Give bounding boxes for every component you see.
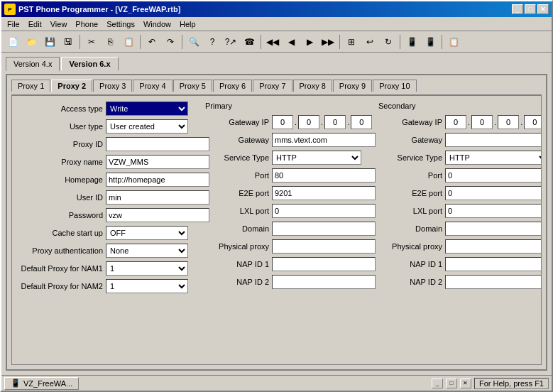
version-6-tab[interactable]: Version 6.x <box>61 57 118 71</box>
btn-1[interactable]: ◀◀ <box>264 33 281 50</box>
proxy-6-tab[interactable]: Proxy 6 <box>213 80 252 92</box>
secondary-lxl-port-input[interactable] <box>445 204 542 218</box>
toolbar-sep-5 <box>339 35 340 49</box>
statusbar-btn-2[interactable]: □ <box>446 379 457 388</box>
primary-ip-4[interactable] <box>351 115 372 129</box>
primary-ip-2[interactable] <box>298 115 319 129</box>
menu-view[interactable]: View <box>46 18 72 30</box>
proxy-9-tab[interactable]: Proxy 9 <box>333 80 372 92</box>
menu-settings[interactable]: Settings <box>102 18 139 30</box>
primary-nap-id1-input[interactable] <box>272 257 376 271</box>
primary-domain-input[interactable] <box>272 222 376 236</box>
proxy-2-tab[interactable]: Proxy 2 <box>51 80 92 92</box>
user-id-input[interactable] <box>106 190 209 205</box>
primary-e2e-port-input[interactable] <box>272 186 376 200</box>
menu-phone[interactable]: Phone <box>71 18 102 30</box>
primary-nap-id2-input[interactable] <box>272 275 376 289</box>
secondary-domain-input[interactable] <box>445 222 542 236</box>
secondary-nap-id2-label: NAP ID 2 <box>378 278 442 286</box>
secondary-ip-3[interactable] <box>498 115 519 129</box>
primary-ip-3[interactable] <box>324 115 346 129</box>
save-all-button[interactable]: 🖫 <box>60 33 77 50</box>
secondary-nap-id1-input[interactable] <box>445 257 542 271</box>
taskbar-item[interactable]: 📱 VZ_FreeWA... <box>4 377 79 390</box>
cut-button[interactable]: ✂ <box>83 33 100 50</box>
secondary-physical-proxy-row: Physical proxy <box>378 239 542 254</box>
secondary-nap-id2-input[interactable] <box>445 275 542 289</box>
default-proxy-nam2-label: Default Proxy for NAM2 <box>18 282 103 290</box>
btn-6[interactable]: ↩ <box>361 33 378 50</box>
primary-physical-proxy-input[interactable] <box>272 239 376 254</box>
user-type-select[interactable]: User created Carrier Other <box>106 119 188 134</box>
primary-service-type-select[interactable]: HTTP HTTPS WAP 1.x <box>272 151 361 165</box>
btn-7[interactable]: ↻ <box>380 33 397 50</box>
btn-2[interactable]: ◀ <box>283 33 300 50</box>
menu-help[interactable]: Help <box>175 18 200 30</box>
cache-startup-select[interactable]: OFF ON <box>106 226 188 240</box>
secondary-port-input[interactable] <box>445 168 542 183</box>
help-button[interactable]: ? <box>204 33 221 50</box>
proxy-id-input[interactable] <box>106 137 209 151</box>
btn-5[interactable]: ⊞ <box>343 33 360 50</box>
copy-button[interactable]: ⎘ <box>102 33 119 50</box>
user-id-label: User ID <box>18 193 103 202</box>
secondary-e2e-port-input[interactable] <box>445 186 542 200</box>
proxy-1-tab[interactable]: Proxy 1 <box>11 80 50 92</box>
proxy-5-tab[interactable]: Proxy 5 <box>173 80 212 92</box>
redo-button[interactable]: ↷ <box>162 33 179 50</box>
secondary-service-type-select[interactable]: HTTP HTTPS WAP 1.x <box>445 151 542 165</box>
primary-service-type-row: Service Type HTTP HTTPS WAP 1.x <box>205 151 361 165</box>
proxy-7-tab[interactable]: Proxy 7 <box>253 80 292 92</box>
proxy-auth-select[interactable]: None Basic Digest <box>106 244 188 258</box>
new-button[interactable]: 📄 <box>4 33 21 50</box>
open-button[interactable]: 📁 <box>23 33 40 50</box>
secondary-gateway-input[interactable] <box>445 133 542 147</box>
save-button[interactable]: 💾 <box>41 33 58 50</box>
phone-button[interactable]: ☎ <box>241 33 258 50</box>
paste-button[interactable]: 📋 <box>120 33 137 50</box>
secondary-gateway-ip-label: Gateway IP <box>378 118 442 126</box>
secondary-gateway-label: Gateway <box>378 136 442 144</box>
primary-domain-label: Domain <box>205 224 269 233</box>
whatsthis-button[interactable]: ?↗ <box>222 33 239 50</box>
proxy-8-tab[interactable]: Proxy 8 <box>293 80 332 92</box>
proxy-name-input[interactable] <box>106 155 209 169</box>
primary-lxl-port-input[interactable] <box>272 204 376 218</box>
btn-8[interactable]: 📱 <box>403 33 420 50</box>
primary-port-input[interactable] <box>272 168 376 183</box>
statusbar-btn-3[interactable]: ✕ <box>460 379 471 388</box>
default-proxy-nam1-select[interactable]: 1 2 3 <box>106 261 188 276</box>
password-input[interactable] <box>106 208 209 222</box>
homepage-input[interactable] <box>106 173 209 187</box>
secondary-ip-1[interactable] <box>445 115 466 129</box>
maximize-button[interactable]: □ <box>525 4 536 14</box>
proxy-3-tab[interactable]: Proxy 3 <box>93 80 132 92</box>
btn-10[interactable]: 📋 <box>445 33 462 50</box>
secondary-ip-4[interactable] <box>524 115 542 129</box>
secondary-gateway-row: Gateway <box>378 133 542 147</box>
menu-window[interactable]: Window <box>139 18 175 30</box>
secondary-physical-proxy-input[interactable] <box>445 239 542 254</box>
statusbar-btn-1[interactable]: _ <box>432 379 443 388</box>
minimize-button[interactable]: _ <box>512 4 523 14</box>
menu-edit[interactable]: Edit <box>24 18 46 30</box>
undo-button[interactable]: ↶ <box>143 33 160 50</box>
main-window: P PST Phone Programmer - [VZ_FreeWAP.rtb… <box>0 0 553 392</box>
primary-ip-1[interactable] <box>272 115 293 129</box>
primary-header: Primary <box>205 102 361 110</box>
btn-4[interactable]: ▶▶ <box>319 33 336 50</box>
close-button[interactable]: ✕ <box>537 4 549 14</box>
default-proxy-nam2-select[interactable]: 1 2 3 <box>106 279 188 293</box>
menu-file[interactable]: File <box>3 18 24 30</box>
proxy-10-tab[interactable]: Proxy 10 <box>373 80 416 92</box>
proxy-4-tab[interactable]: Proxy 4 <box>133 80 172 92</box>
default-proxy-nam1-row: Default Proxy for NAM1 1 2 3 <box>18 261 188 276</box>
find-button[interactable]: 🔍 <box>185 33 202 50</box>
access-type-select[interactable]: Write Read None <box>106 102 188 116</box>
secondary-ip-2[interactable] <box>471 115 493 129</box>
primary-gateway-input[interactable] <box>272 133 376 147</box>
homepage-row: Homepage <box>18 173 188 187</box>
btn-3[interactable]: ▶ <box>301 33 318 50</box>
btn-9[interactable]: 📱 <box>422 33 439 50</box>
version-4-tab[interactable]: Version 4.x <box>6 57 60 71</box>
